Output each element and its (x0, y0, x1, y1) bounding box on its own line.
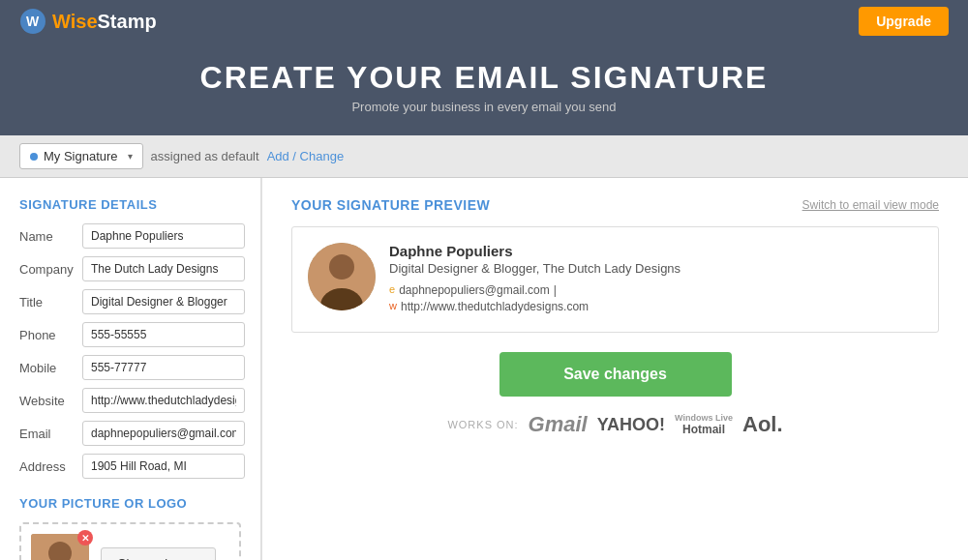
aol-logo: Aol. (742, 412, 783, 437)
signature-info: Daphne Populiers Digital Designer & Blog… (389, 243, 923, 316)
gmail-logo: Gmail (529, 412, 588, 437)
right-panel: YOUR SIGNATURE PREVIEW Switch to email v… (262, 178, 968, 560)
selector-dot (30, 153, 38, 161)
input-title[interactable] (82, 289, 245, 314)
hotmail-logo: Windows LiveHotmail (675, 413, 733, 436)
field-website-row: Website (19, 388, 241, 413)
field-company-row: Company (19, 256, 241, 281)
signature-email-sep: | (554, 283, 557, 297)
logo-text: WiseStamp (52, 11, 157, 33)
yahoo-logo: YAHOO! (597, 415, 665, 435)
signature-preview-box: Daphne Populiers Digital Designer & Blog… (291, 226, 939, 333)
change-image-button[interactable]: Change image (101, 547, 216, 561)
label-phone: Phone (19, 328, 82, 342)
signature-details-section: SIGNATURE DETAILS Name Company Title Pho… (19, 197, 241, 479)
email-icon: e (389, 283, 395, 297)
chevron-down-icon: ▾ (128, 151, 133, 162)
input-name[interactable] (82, 223, 245, 249)
email-view-link[interactable]: Switch to email view mode (802, 198, 939, 212)
label-title: Title (19, 295, 82, 309)
input-company[interactable] (82, 256, 245, 281)
signature-title: Digital Designer & Blogger, The Dutch La… (389, 261, 923, 276)
assigned-text: assigned as default (151, 149, 259, 163)
preview-title: YOUR SIGNATURE PREVIEW (291, 197, 490, 213)
svg-point-6 (329, 254, 354, 280)
label-email: Email (19, 427, 82, 441)
input-mobile[interactable] (82, 355, 245, 380)
picture-title: YOUR PICTURE OR LOGO (19, 496, 241, 511)
wisestamp-logo-icon: W (19, 8, 46, 35)
logo-area: W WiseStamp (19, 8, 157, 35)
input-email[interactable] (82, 421, 245, 446)
field-email-row: Email (19, 421, 241, 446)
field-address-row: Address (19, 454, 241, 479)
field-phone-row: Phone (19, 322, 241, 347)
signature-name: Daphne Populiers (389, 243, 923, 259)
main-content: SIGNATURE DETAILS Name Company Title Pho… (0, 178, 968, 560)
add-change-link[interactable]: Add / Change (267, 149, 345, 163)
works-on-label: WORKS ON: (447, 419, 518, 430)
header: W WiseStamp Upgrade (0, 0, 968, 43)
signature-email-value: daphnepopuliers@gmail.com (399, 283, 550, 297)
hero-title: CREATE YOUR EMAIL SIGNATURE (0, 60, 968, 96)
logo-wise: Wise (52, 11, 98, 32)
label-address: Address (19, 459, 82, 474)
signature-details-title: SIGNATURE DETAILS (19, 197, 241, 212)
signature-name: My Signature (44, 149, 118, 163)
upgrade-button[interactable]: Upgrade (859, 7, 949, 36)
signature-website-value: http://www.thedutchladydesigns.com (401, 300, 589, 313)
field-name-row: Name (19, 223, 241, 249)
signature-photo-image (308, 243, 376, 310)
hero-section: CREATE YOUR EMAIL SIGNATURE Promote your… (0, 43, 968, 135)
works-on-section: WORKS ON: Gmail YAHOO! Windows LiveHotma… (291, 412, 939, 437)
field-mobile-row: Mobile (19, 355, 241, 380)
web-icon: w (389, 300, 397, 313)
preview-header: YOUR SIGNATURE PREVIEW Switch to email v… (291, 197, 939, 213)
label-website: Website (19, 394, 82, 408)
field-title-row: Title (19, 289, 241, 314)
label-name: Name (19, 229, 82, 244)
logo-stamp: Stamp (98, 11, 157, 32)
signature-selector[interactable]: My Signature ▾ (19, 143, 143, 169)
picture-upload-area: ✕ Change image (19, 522, 241, 560)
svg-text:W: W (26, 14, 40, 29)
thumbnail-container: ✕ (31, 534, 89, 560)
toolbar: My Signature ▾ assigned as default Add /… (0, 135, 968, 178)
signature-website-detail: w http://www.thedutchladydesigns.com (389, 300, 923, 313)
input-address[interactable] (82, 454, 245, 479)
label-mobile: Mobile (19, 361, 82, 375)
remove-image-button[interactable]: ✕ (77, 530, 93, 545)
label-company: Company (19, 262, 82, 277)
hero-subtitle: Promote your business in every email you… (0, 100, 968, 114)
signature-photo (308, 243, 376, 310)
left-panel: SIGNATURE DETAILS Name Company Title Pho… (0, 178, 261, 560)
input-phone[interactable] (82, 322, 245, 347)
picture-section: YOUR PICTURE OR LOGO ✕ Change image (19, 496, 241, 560)
signature-email-detail: e daphnepopuliers@gmail.com | (389, 283, 923, 297)
input-website[interactable] (82, 388, 245, 413)
save-changes-button[interactable]: Save changes (499, 352, 732, 397)
